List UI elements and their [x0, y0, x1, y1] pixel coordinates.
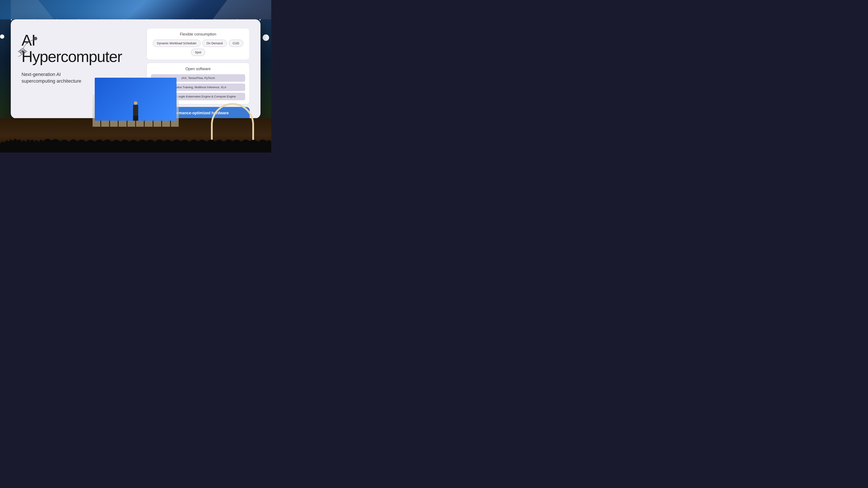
cud-chip: CUD — [228, 40, 243, 47]
audience-silhouettes — [0, 127, 271, 153]
svg-point-7 — [26, 42, 28, 44]
top-screen-display — [0, 0, 271, 19]
stage-light-left — [0, 34, 4, 39]
flexible-consumption-title: Flexible consumption — [151, 32, 245, 37]
presenter-figure — [133, 101, 138, 121]
light-dot — [11, 19, 12, 21]
light-dot — [259, 19, 261, 21]
on-demand-chip: On Demand — [203, 40, 227, 47]
dws-chip: Dynamic Workload Scheduler — [153, 40, 200, 47]
svg-line-4 — [18, 54, 23, 57]
presenter-legs — [133, 116, 138, 121]
svg-line-2 — [23, 43, 27, 49]
flexible-consumption-chips: Dynamic Workload Scheduler On Demand CUD… — [151, 40, 245, 56]
presenter-head — [134, 101, 137, 105]
flexible-consumption-section: Flexible consumption Dynamic Workload Sc… — [146, 28, 250, 60]
presenter-body — [133, 105, 138, 116]
stage-light-right — [262, 34, 269, 41]
spot-chip: Spot — [191, 48, 206, 56]
open-software-title: Open software — [151, 67, 245, 71]
camera-rig — [16, 36, 44, 58]
